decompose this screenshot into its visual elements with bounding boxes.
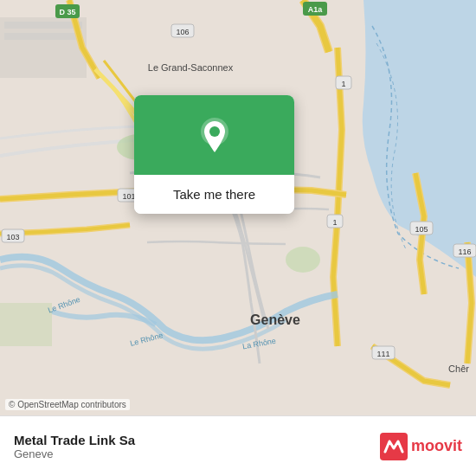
take-me-there-button[interactable]: Take me there <box>134 175 294 214</box>
svg-rect-7 <box>0 303 52 346</box>
place-location: Geneve <box>14 447 135 460</box>
moovit-logo: moovit <box>380 433 462 460</box>
svg-text:1: 1 <box>332 218 337 227</box>
svg-text:103: 103 <box>6 233 19 241</box>
svg-rect-3 <box>4 33 82 40</box>
svg-text:Le Grand-Saconnex: Le Grand-Saconnex <box>148 62 234 73</box>
popup-card: Take me there <box>134 95 294 214</box>
svg-text:1: 1 <box>341 80 345 88</box>
svg-text:Genève: Genève <box>250 312 300 327</box>
moovit-text: moovit <box>411 437 462 455</box>
svg-text:106: 106 <box>176 28 189 36</box>
moovit-icon <box>380 433 408 460</box>
place-info: Metal Trade Link Sa Geneve <box>14 433 135 460</box>
bottom-bar: Metal Trade Link Sa Geneve moovit <box>0 415 476 476</box>
map-container: D 35 A1a 106 1 101 1 103 105 111 <box>0 0 476 415</box>
svg-point-6 <box>286 247 320 273</box>
svg-text:116: 116 <box>458 248 471 256</box>
place-name: Metal Trade Link Sa <box>14 433 135 447</box>
svg-text:Chêr: Chêr <box>448 363 469 374</box>
location-pin-icon <box>192 114 237 159</box>
svg-text:D 35: D 35 <box>59 8 75 16</box>
popup-green-header <box>134 95 294 175</box>
svg-text:111: 111 <box>376 350 389 358</box>
svg-text:A1a: A1a <box>308 5 324 14</box>
svg-point-35 <box>209 126 220 137</box>
map-attribution: © OpenStreetMap contributors <box>5 399 130 410</box>
svg-text:105: 105 <box>415 225 428 234</box>
svg-rect-2 <box>4 22 82 29</box>
